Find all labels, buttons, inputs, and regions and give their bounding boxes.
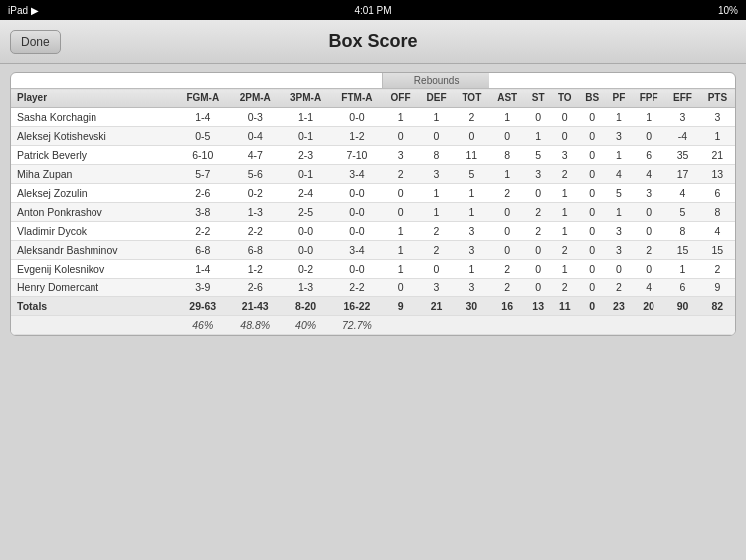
rebounds-label: Rebounds: [383, 73, 490, 89]
col-to: TO: [551, 89, 578, 108]
table-row: Aleksej Zozulin2-60-22-40-001120105346: [11, 184, 735, 203]
col-2pma: 2PM-A: [230, 89, 280, 108]
table-row: Miha Zupan5-75-60-13-42351320441713: [11, 165, 735, 184]
col-ftma: FTM-A: [331, 89, 382, 108]
table-row: Henry Domercant3-92-61-32-203320202469: [11, 279, 735, 297]
col-fgma: FGM-A: [176, 89, 230, 108]
table-row: Patrick Beverly6-104-72-37-1038118530163…: [11, 146, 735, 165]
table-row: Vladimir Dycok2-22-20-00-012302103084: [11, 222, 735, 241]
table-row: Sasha Korchagin1-40-31-10-011210001133: [11, 108, 735, 127]
col-tot: TOT: [454, 89, 489, 108]
box-score-table: Rebounds Player FGM-A 2PM-A 3PM-A FTM-A …: [10, 72, 736, 336]
table-row: Aleksandr Bashminov6-86-80-03-4123002032…: [11, 241, 735, 260]
done-button[interactable]: Done: [10, 30, 61, 54]
page-title: Box Score: [328, 31, 417, 52]
col-pf: PF: [606, 89, 632, 108]
col-pts: PTS: [700, 89, 735, 108]
totals-row: Totals29-6321-438-2016-22921301613110232…: [11, 297, 735, 316]
col-player: Player: [11, 89, 176, 108]
main-content: Rebounds Player FGM-A 2PM-A 3PM-A FTM-A …: [0, 64, 746, 560]
nav-bar: Done Box Score: [0, 20, 746, 64]
rebounds-header-row: Rebounds: [11, 73, 735, 89]
status-left: iPad ▶: [8, 5, 39, 16]
col-3pma: 3PM-A: [280, 89, 331, 108]
percentages-row: 46%48.8%40%72.7%: [11, 316, 735, 335]
col-ast: AST: [489, 89, 525, 108]
col-bs: BS: [578, 89, 606, 108]
stats-table: Rebounds Player FGM-A 2PM-A 3PM-A FTM-A …: [11, 73, 735, 335]
status-battery: 10%: [718, 5, 738, 16]
table-row: Evgenij Kolesnikov1-41-20-20-01012010001…: [11, 260, 735, 279]
col-fpf: FPF: [632, 89, 665, 108]
col-st: ST: [525, 89, 551, 108]
status-time: 4:01 PM: [354, 5, 391, 16]
col-eff: EFF: [665, 89, 699, 108]
table-row: Anton Ponkrashov3-81-32-50-001102101058: [11, 203, 735, 222]
col-def: DEF: [419, 89, 455, 108]
status-bar: iPad ▶ 4:01 PM 10%: [0, 0, 746, 20]
col-off: OFF: [383, 89, 419, 108]
table-body: Sasha Korchagin1-40-31-10-011210001133Al…: [11, 108, 735, 335]
column-headers-row: Player FGM-A 2PM-A 3PM-A FTM-A OFF DEF T…: [11, 89, 735, 108]
table-row: Aleksej Kotishevski0-50-40-11-2000010030…: [11, 127, 735, 146]
